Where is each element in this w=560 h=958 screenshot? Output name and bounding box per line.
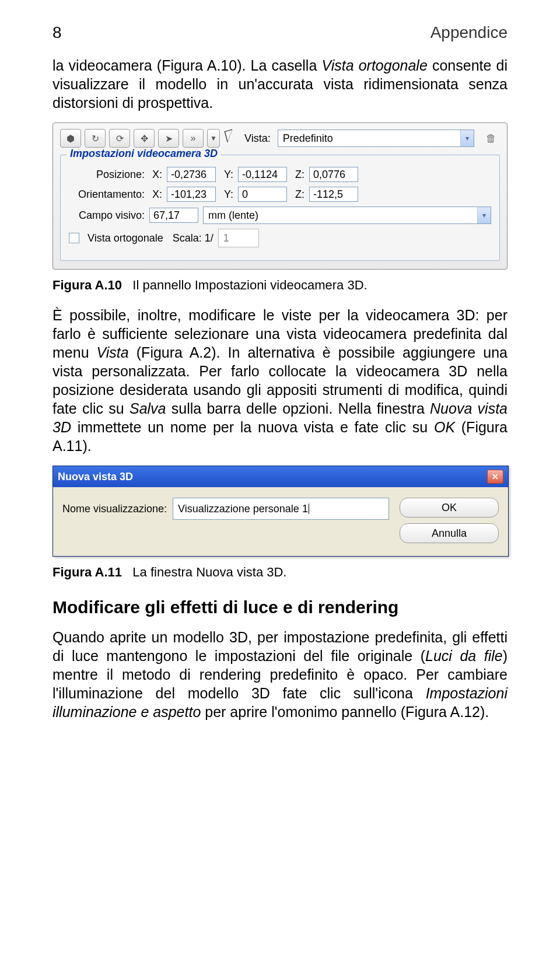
label-x: X: bbox=[149, 169, 162, 181]
dialog-left: Nome visualizzazione: Visualizzazione pe… bbox=[62, 498, 389, 520]
input-pos-z[interactable]: 0,0776 bbox=[309, 167, 358, 182]
text-caret-icon bbox=[309, 504, 309, 514]
page-number: 8 bbox=[52, 23, 62, 42]
label-x: X: bbox=[149, 188, 162, 201]
cancel-button[interactable]: Annulla bbox=[400, 523, 499, 543]
label-scala: Scala: 1/ bbox=[173, 232, 214, 244]
text: sulla barra delle opzioni. Nella finestr… bbox=[166, 400, 430, 417]
fieldset-legend: Impostazioni videocamera 3D bbox=[66, 148, 221, 160]
chevron-down-icon: ▾ bbox=[477, 207, 491, 223]
emph: Salva bbox=[130, 400, 166, 417]
input-orient-z[interactable]: -112,5 bbox=[309, 187, 358, 202]
fov-units-value: mm (lente) bbox=[204, 207, 477, 223]
paragraph-3: Quando aprite un modello 3D, per imposta… bbox=[52, 628, 508, 721]
dialog-body: Nome visualizzazione: Visualizzazione pe… bbox=[53, 487, 508, 556]
camera-fieldset: Impostazioni videocamera 3D Posizione: X… bbox=[60, 155, 500, 261]
close-icon[interactable]: ✕ bbox=[487, 470, 503, 484]
camera-settings-panel: ⬢ ↻ ⟳ ✥ ➤ » ▼ Vista: Predefinito ▾ 🗑 Imp… bbox=[52, 123, 508, 270]
view-name-input[interactable]: Visualizzazione personale 1 bbox=[173, 498, 389, 520]
row-fov: Campo visivo: 67,17 mm (lente) ▾ bbox=[69, 207, 491, 224]
camera-toolbar: ⬢ ↻ ⟳ ✥ ➤ » ▼ Vista: Predefinito ▾ 🗑 bbox=[60, 129, 500, 148]
cursor-icon bbox=[223, 129, 239, 148]
paragraph-intro: la videocamera (Figura A.10). La casella… bbox=[52, 56, 508, 112]
label-orientamento: Orientamento: bbox=[69, 188, 145, 201]
caption-bold: Figura A.10 bbox=[52, 278, 122, 292]
page-header: 8 Appendice bbox=[52, 23, 508, 42]
row-position: Posizione: X: -0,2736 Y: -0,1124 Z: 0,07… bbox=[69, 167, 491, 182]
vista-label: Vista: bbox=[244, 132, 271, 145]
tool-walk-icon[interactable]: ➤ bbox=[158, 129, 179, 148]
label-posizione: Posizione: bbox=[69, 169, 145, 181]
caption-bold: Figura A.11 bbox=[52, 565, 122, 579]
label-ortogonale: Vista ortogonale bbox=[88, 232, 163, 244]
new-view-dialog: Nuova vista 3D ✕ Nome visualizzazione: V… bbox=[52, 466, 509, 557]
caption-fig-a11: Figura A.11 La finestra Nuova vista 3D. bbox=[52, 565, 508, 580]
input-scale[interactable]: 1 bbox=[218, 229, 259, 247]
input-fov[interactable]: 67,17 bbox=[149, 208, 198, 223]
caption-text: La finestra Nuova vista 3D. bbox=[132, 565, 286, 579]
tool-orbit-icon[interactable]: ↻ bbox=[85, 129, 106, 148]
vista-combo-value: Predefinito bbox=[278, 130, 460, 146]
caption-text: Il pannello Impostazioni videocamera 3D. bbox=[132, 278, 367, 292]
tool-roll-icon[interactable]: ⟳ bbox=[109, 129, 130, 148]
dialog-titlebar: Nuova vista 3D ✕ bbox=[53, 466, 508, 487]
row-orientation: Orientamento: X: -101,23 Y: 0 Z: -112,5 bbox=[69, 187, 491, 202]
label-nome: Nome visualizzazione: bbox=[62, 503, 167, 515]
input-orient-x[interactable]: -101,23 bbox=[167, 187, 216, 202]
tool-zoom-icon[interactable]: » bbox=[183, 129, 204, 148]
ok-label: OK bbox=[442, 502, 457, 514]
label-z: Z: bbox=[292, 188, 304, 201]
tool-pan-icon[interactable]: ✥ bbox=[134, 129, 155, 148]
page-title: Appendice bbox=[430, 23, 508, 42]
vista-combo[interactable]: Predefinito ▾ bbox=[278, 130, 474, 147]
ok-button[interactable]: OK bbox=[400, 498, 499, 518]
dialog-title-text: Nuova vista 3D bbox=[58, 471, 133, 483]
input-pos-y[interactable]: -0,1124 bbox=[238, 167, 287, 182]
label-campo: Campo visivo: bbox=[69, 209, 145, 222]
emph: Vista bbox=[97, 344, 129, 361]
label-y: Y: bbox=[220, 188, 233, 201]
tool-dropdown-icon[interactable]: ▼ bbox=[207, 129, 220, 148]
caption-fig-a10: Figura A.10 Il pannello Impostazioni vid… bbox=[52, 278, 508, 293]
emph: OK bbox=[434, 419, 455, 435]
heading-effects: Modificare gli effetti di luce e di rend… bbox=[52, 597, 508, 617]
fov-units-combo[interactable]: mm (lente) ▾ bbox=[203, 207, 491, 224]
chevron-down-icon: ▾ bbox=[460, 130, 474, 146]
text: immettete un nome per la nuova vista e f… bbox=[71, 419, 434, 435]
paragraph-2: È possibile, inoltre, modificare le vist… bbox=[52, 306, 508, 455]
ortho-checkbox[interactable] bbox=[69, 233, 79, 243]
text: la videocamera (Figura A.10). La casella bbox=[52, 57, 321, 74]
row-ortho: Vista ortogonale Scala: 1/ 1 bbox=[69, 229, 491, 247]
dialog-buttons: OK Annulla bbox=[400, 498, 499, 543]
emph: Luci da file bbox=[425, 648, 503, 664]
cancel-label: Annulla bbox=[432, 527, 467, 540]
text: per aprire l'omonimo pannello (Figura A.… bbox=[201, 704, 489, 720]
emph: Vista ortogonale bbox=[321, 57, 427, 74]
input-pos-x[interactable]: -0,2736 bbox=[167, 167, 216, 182]
trash-icon[interactable]: 🗑 bbox=[482, 130, 500, 146]
view-name-value: Visualizzazione personale 1 bbox=[178, 503, 308, 515]
tool-home-icon[interactable]: ⬢ bbox=[60, 129, 81, 148]
input-orient-y[interactable]: 0 bbox=[238, 187, 287, 202]
label-z: Z: bbox=[292, 169, 304, 181]
label-y: Y: bbox=[220, 169, 233, 181]
